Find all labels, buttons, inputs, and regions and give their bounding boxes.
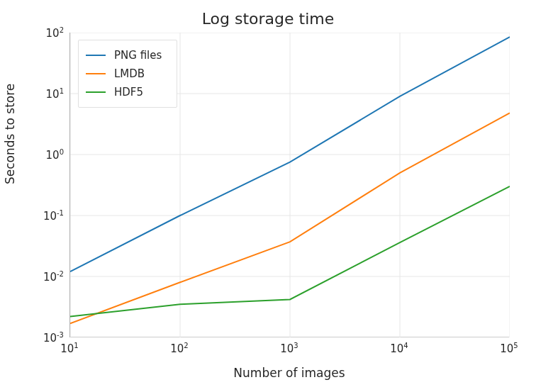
x-tick-label: 104 bbox=[390, 342, 408, 355]
x-tick-label: 102 bbox=[170, 342, 188, 355]
legend: PNG files LMDB HDF5 bbox=[78, 40, 177, 108]
legend-swatch bbox=[86, 55, 106, 56]
legend-label: LMDB bbox=[114, 67, 145, 80]
legend-entry: PNG files bbox=[86, 46, 169, 65]
chart-title: Log storage time bbox=[0, 10, 536, 28]
legend-entry: LMDB bbox=[86, 65, 169, 83]
legend-swatch bbox=[86, 91, 106, 93]
x-tick-label: 103 bbox=[280, 342, 298, 355]
legend-label: HDF5 bbox=[114, 86, 143, 99]
x-axis-label: Number of images bbox=[69, 366, 509, 380]
y-tick-label: 10-1 bbox=[4, 209, 64, 223]
y-tick-label: 100 bbox=[4, 148, 64, 162]
chart-container: Log storage time Seconds to store Number… bbox=[0, 0, 536, 392]
legend-label: PNG files bbox=[114, 49, 162, 62]
y-tick-label: 10-2 bbox=[4, 270, 64, 284]
legend-swatch bbox=[86, 73, 106, 74]
legend-entry: HDF5 bbox=[86, 83, 169, 101]
y-tick-label: 101 bbox=[4, 87, 64, 101]
y-tick-label: 10-3 bbox=[4, 331, 64, 345]
x-tick-label: 105 bbox=[500, 342, 518, 355]
y-tick-label: 102 bbox=[4, 26, 64, 40]
